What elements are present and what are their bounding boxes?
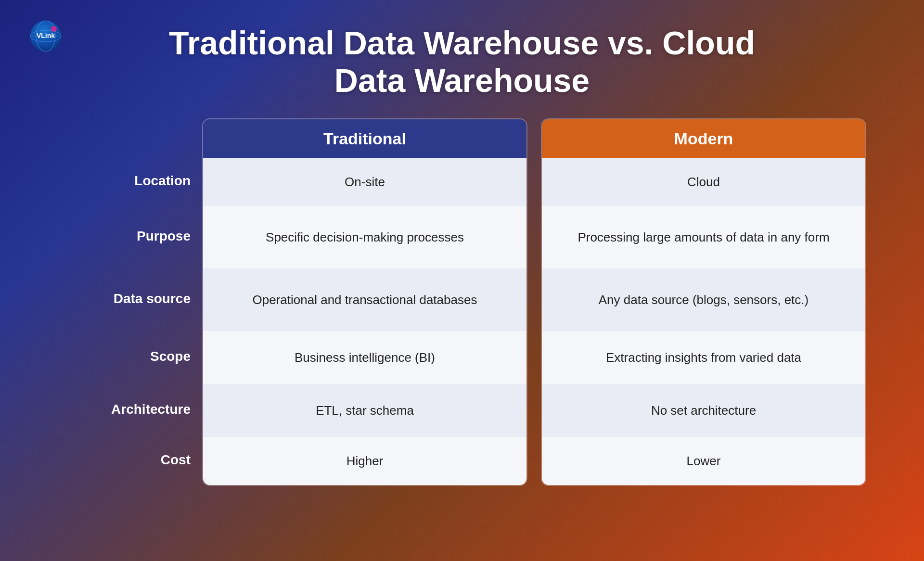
traditional-cell-datasource: Operational and transactional databases bbox=[203, 268, 526, 331]
traditional-column: Traditional On-site Specific decision-ma… bbox=[202, 118, 527, 486]
page-header: VLink Traditional Data Warehouse vs. Clo… bbox=[29, 19, 895, 99]
logo: VLink bbox=[29, 19, 72, 53]
traditional-cell-purpose: Specific decision-making processes bbox=[203, 206, 526, 268]
comparison-table-container: Location Purpose Data source Scope Archi… bbox=[58, 118, 866, 486]
row-label-scope: Scope bbox=[58, 330, 202, 383]
traditional-cell-scope: Business intelligence (BI) bbox=[203, 331, 526, 384]
traditional-cell-cost: Higher bbox=[203, 437, 526, 485]
row-label-location: Location bbox=[58, 157, 202, 205]
traditional-cell-location: On-site bbox=[203, 158, 526, 206]
modern-cell-architecture: No set architecture bbox=[542, 384, 865, 437]
modern-header: Modern bbox=[542, 119, 865, 158]
modern-cell-datasource: Any data source (blogs, sensors, etc.) bbox=[542, 268, 865, 331]
row-label-architecture: Architecture bbox=[58, 383, 202, 436]
modern-cell-purpose: Processing large amounts of data in any … bbox=[542, 206, 865, 268]
vlink-logo-icon: VLink bbox=[29, 19, 72, 53]
modern-cell-location: Cloud bbox=[542, 158, 865, 206]
page-title: Traditional Data Warehouse vs. Cloud Dat… bbox=[169, 24, 755, 99]
label-header-spacer bbox=[58, 118, 202, 157]
modern-cell-scope: Extracting insights from varied data bbox=[542, 331, 865, 384]
svg-point-5 bbox=[51, 26, 57, 32]
traditional-cell-architecture: ETL, star schema bbox=[203, 384, 526, 437]
modern-column: Modern Cloud Processing large amounts of… bbox=[541, 118, 866, 486]
row-label-cost: Cost bbox=[58, 436, 202, 484]
row-labels-column: Location Purpose Data source Scope Archi… bbox=[58, 118, 202, 486]
row-label-datasource: Data source bbox=[58, 268, 202, 330]
modern-cell-cost: Lower bbox=[542, 437, 865, 485]
svg-text:VLink: VLink bbox=[37, 32, 55, 39]
traditional-header: Traditional bbox=[203, 119, 526, 158]
comparison-columns: Traditional On-site Specific decision-ma… bbox=[202, 118, 866, 486]
row-label-purpose: Purpose bbox=[58, 205, 202, 268]
